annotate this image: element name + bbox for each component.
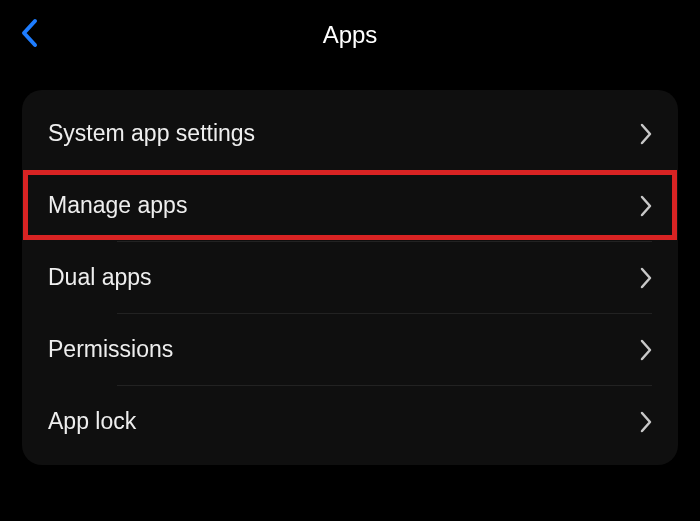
list-item-permissions[interactable]: Permissions [22,314,678,385]
chevron-right-icon [640,339,652,361]
list-item-label: App lock [48,408,136,435]
header-bar: Apps [0,0,700,70]
list-item-manage-apps[interactable]: Manage apps [22,170,678,241]
list-item-dual-apps[interactable]: Dual apps [22,242,678,313]
chevron-right-icon [640,411,652,433]
settings-panel: System app settings Manage apps Dual app… [22,90,678,465]
back-button[interactable] [20,18,38,52]
back-icon [20,18,38,52]
list-item-label: Manage apps [48,192,187,219]
list-item-system-app-settings[interactable]: System app settings [22,98,678,169]
list-item-label: System app settings [48,120,255,147]
chevron-right-icon [640,123,652,145]
page-title: Apps [20,21,680,49]
list-item-app-lock[interactable]: App lock [22,386,678,457]
list-item-label: Dual apps [48,264,152,291]
chevron-right-icon [640,195,652,217]
list-item-label: Permissions [48,336,173,363]
chevron-right-icon [640,267,652,289]
